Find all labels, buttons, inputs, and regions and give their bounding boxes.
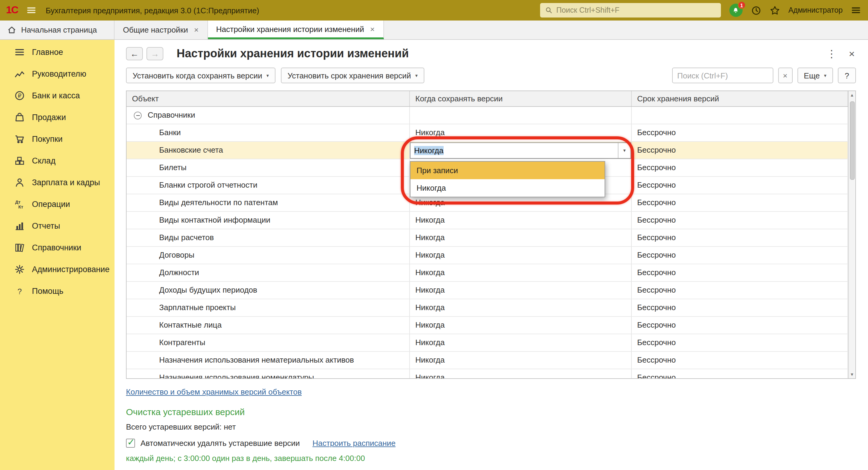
button-label: Еще [804,71,820,80]
cart-icon [14,134,25,144]
user-label[interactable]: Администратор [788,6,843,14]
sidebar-item-operacii[interactable]: ДтКт Операции [0,193,115,215]
when-cell: Никогда [410,264,632,281]
term-cell: Бессрочно [632,159,848,176]
table-row[interactable]: Контрагенты Никогда Бессрочно [127,334,848,352]
table-row[interactable]: Договоры Никогда Бессрочно [127,247,848,264]
table-row[interactable]: Контактные лица Никогда Бессрочно [127,317,848,334]
tab-version-history-settings[interactable]: Настройки хранения истории изменений × [208,21,384,39]
gear-icon [14,264,25,274]
sidebar-item-prodazhi[interactable]: Продажи [0,106,115,128]
scroll-down-icon[interactable]: ▼ [850,371,854,378]
object-cell: Банки [127,124,410,141]
sidebar-item-otchety[interactable]: Отчеты [0,215,115,236]
term-cell: Бессрочно [632,177,848,194]
table-row[interactable]: Назначения использования нематериальных … [127,352,848,369]
column-header-term[interactable]: Срок хранения версий [632,91,848,106]
term-cell: Бессрочно [632,247,848,264]
table-row[interactable]: Виды расчетов Никогда Бессрочно [127,229,848,247]
total-obsolete-label: Всего устаревших версий: нет [126,422,856,431]
sidebar-label: Банк и касса [32,91,80,100]
sidebar-item-administrirovanie[interactable]: Администрирование [0,258,115,280]
table-row[interactable]: Назначения использования номенклатуры Ни… [127,369,848,379]
button-label: ? [845,71,849,80]
combo-dropdown-button[interactable]: ▾ [618,143,630,158]
table-row[interactable]: Доходы будущих периодов Никогда Бессрочн… [127,282,848,299]
object-cell: Бланки строгой отчетности [127,177,410,194]
term-cell: Бессрочно [632,264,848,281]
sidebar-label: Главное [32,47,63,56]
tab-close-icon[interactable]: × [194,25,198,34]
history-icon[interactable] [751,5,761,16]
back-button[interactable]: ← [126,47,143,60]
term-cell: Бессрочно [632,282,848,299]
table-row[interactable]: Виды контактной информации Никогда Бесср… [127,212,848,229]
dropdown-option-pri-zapisi[interactable]: При записи [410,162,604,179]
when-cell: Никогда [410,317,632,334]
global-search[interactable] [540,3,721,18]
sidebar-item-sklad[interactable]: Склад [0,150,115,171]
main-menu-icon[interactable] [26,5,36,15]
configure-schedule-link[interactable]: Настроить расписание [313,439,396,448]
object-cell: Билеты [127,159,410,176]
clear-search-button[interactable]: × [778,67,792,83]
page-header: ← → Настройки хранения истории изменений… [115,40,868,65]
sidebar-item-bank-i-kassa[interactable]: ₽ Банк и касса [0,85,115,106]
term-cell: Бессрочно [632,229,848,246]
global-search-input[interactable] [556,6,716,14]
close-page-icon[interactable]: × [849,49,855,59]
column-header-when[interactable]: Когда сохранять версии [410,91,632,106]
forward-button[interactable]: → [147,47,163,60]
more-button[interactable]: Еще ▾ [797,67,833,83]
tab-general-settings[interactable]: Общие настройки × [115,21,208,39]
tab-home[interactable]: Начальная страница [0,21,115,39]
sidebar-label: Зарплата и кадры [32,178,100,187]
object-cell: Виды деятельности по патентам [127,194,410,211]
when-cell: Никогда [410,352,632,369]
svg-text:?: ? [18,287,22,295]
group-label: Справочники [148,107,195,124]
table-row-selected[interactable]: Банковские счета Никогда ▾ Бессрочно [127,142,848,159]
books-icon [14,242,25,253]
term-cell [632,107,848,124]
table-search-input[interactable] [672,67,773,83]
collapse-group-icon[interactable] [134,111,142,119]
when-save-combobox[interactable]: Никогда ▾ [410,142,631,159]
sidebar-item-glavnoe[interactable]: Главное [0,41,115,63]
more-actions-icon[interactable]: ⋮ [827,49,837,59]
when-cell: Никогда [410,369,632,379]
main-panel: ← → Настройки хранения истории изменений… [115,40,868,470]
set-storage-term-button[interactable]: Установить срок хранения версий ▾ [281,67,424,83]
sidebar-item-spravochniki[interactable]: Справочники [0,236,115,258]
chevron-down-icon: ▾ [415,73,418,78]
notifications-icon[interactable]: 1 [730,4,743,17]
sidebar-item-pomosch[interactable]: ? Помощь [0,280,115,302]
scroll-up-icon[interactable]: ▲ [850,91,854,99]
menu-lines-icon [14,47,25,57]
group-row[interactable]: Справочники [127,107,848,124]
sidebar-item-rukovoditelyu[interactable]: Руководителю [0,63,115,85]
table-row[interactable]: Должности Никогда Бессрочно [127,264,848,282]
versions-count-link[interactable]: Количество и объем хранимых версий объек… [126,387,302,396]
help-button[interactable]: ? [838,67,856,83]
when-cell: Никогда [410,282,632,299]
sidebar-item-pokupki[interactable]: Покупки [0,128,115,150]
sidebar-item-zarplata-i-kadry[interactable]: Зарплата и кадры [0,171,115,193]
term-cell: Бессрочно [632,369,848,379]
auto-delete-checkbox[interactable]: ✓ [126,439,135,448]
object-cell: Должности [127,264,410,281]
tab-close-icon[interactable]: × [370,24,375,33]
svg-text:₽: ₽ [18,92,22,99]
user-menu-icon[interactable] [851,5,861,15]
table-row[interactable]: Зарплатные проекты Никогда Бессрочно [127,299,848,317]
chevron-down-icon: ▾ [824,73,827,78]
scrollbar-thumb[interactable] [849,101,855,180]
table-row[interactable]: Банки Никогда Бессрочно [127,124,848,142]
vertical-scrollbar[interactable]: ▲ ▼ [848,91,855,378]
set-when-save-button[interactable]: Установить когда сохранять версии ▾ [126,67,276,83]
chevron-down-icon: ▾ [623,142,626,159]
sidebar-label: Склад [32,156,56,165]
dropdown-option-nikogda[interactable]: Никогда [410,179,604,197]
favorites-star-icon[interactable] [770,5,780,16]
column-header-object[interactable]: Объект [127,91,410,106]
